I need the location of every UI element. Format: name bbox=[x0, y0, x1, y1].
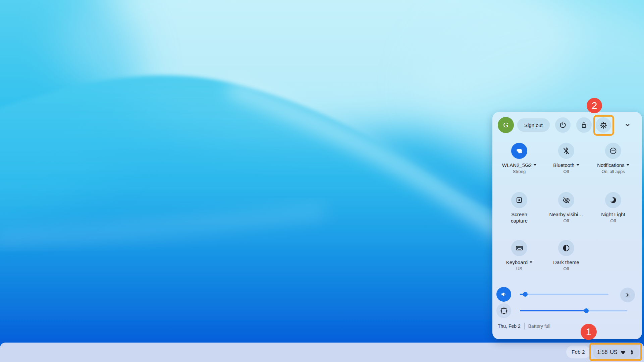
screen-capture-icon bbox=[515, 196, 523, 204]
footer-battery-status[interactable]: Battery full bbox=[528, 323, 550, 329]
wifi-secured-icon bbox=[515, 147, 524, 155]
speaker-icon bbox=[500, 291, 507, 298]
brightness-slider-thumb[interactable] bbox=[584, 308, 589, 313]
caret-down-icon bbox=[534, 164, 536, 166]
step-1-badge: 1 bbox=[581, 324, 597, 340]
quick-settings-panel: G Sign out bbox=[492, 112, 642, 339]
step-2-badge: 2 bbox=[587, 98, 602, 113]
chevron-right-icon bbox=[624, 291, 632, 299]
sign-out-button[interactable]: Sign out bbox=[517, 118, 550, 132]
brightness-button[interactable] bbox=[496, 303, 511, 318]
footer-date[interactable]: Thu, Feb 2 bbox=[498, 323, 521, 329]
audio-settings-button[interactable] bbox=[620, 288, 635, 302]
tile-label: Nearby visibi… bbox=[549, 211, 583, 218]
volume-slider[interactable] bbox=[520, 294, 608, 295]
tile-label: WLAN2_5G2 bbox=[502, 162, 532, 168]
tile-screen-capture[interactable]: Screen capture bbox=[497, 192, 541, 224]
quick-settings-footer: Thu, Feb 2 Battery full bbox=[498, 321, 550, 331]
footer-separator bbox=[524, 323, 525, 329]
avatar[interactable]: G bbox=[498, 117, 514, 133]
power-icon bbox=[559, 121, 567, 129]
lock-icon bbox=[580, 121, 588, 129]
tile-label: Keyboard bbox=[506, 259, 528, 265]
tile-sublabel: Off bbox=[591, 218, 635, 223]
tray-highlight-box bbox=[589, 343, 642, 361]
visibility-off-icon bbox=[562, 196, 571, 204]
shelf-date-label: Feb 2 bbox=[572, 349, 585, 355]
tile-network[interactable]: WLAN2_5G2 Strong bbox=[497, 143, 541, 174]
sign-out-label: Sign out bbox=[524, 122, 543, 128]
tile-night-light[interactable]: Night Light Off bbox=[591, 192, 635, 223]
step-1-label: 1 bbox=[586, 326, 592, 338]
tile-dark-theme[interactable]: Dark theme Off bbox=[544, 240, 588, 271]
night-light-icon bbox=[609, 196, 617, 204]
caret-down-icon bbox=[530, 261, 532, 263]
tile-sublabel: On, all apps bbox=[591, 169, 635, 174]
caret-down-icon bbox=[577, 164, 579, 166]
avatar-letter: G bbox=[503, 121, 508, 129]
shelf bbox=[0, 343, 644, 362]
lock-screen-button[interactable] bbox=[576, 117, 592, 133]
chevron-down-icon bbox=[624, 121, 632, 129]
tile-label: Night Light bbox=[601, 211, 625, 218]
tile-notifications[interactable]: Notifications On, all apps bbox=[591, 143, 635, 174]
tile-bluetooth[interactable]: Bluetooth Off bbox=[544, 143, 588, 174]
settings-highlight-box bbox=[593, 115, 614, 136]
chromeos-desktop: 31 bbox=[0, 0, 644, 362]
tile-sublabel: Off bbox=[544, 218, 588, 223]
step-2-label: 2 bbox=[592, 100, 597, 111]
dark-theme-icon bbox=[562, 244, 570, 252]
volume-slider-thumb[interactable] bbox=[523, 292, 528, 297]
tile-nearby-visibility[interactable]: Nearby visibi… Off bbox=[544, 192, 588, 223]
collapse-button[interactable] bbox=[621, 119, 634, 131]
power-button[interactable] bbox=[555, 117, 571, 133]
bluetooth-off-icon bbox=[562, 147, 570, 155]
tile-sublabel: Off bbox=[544, 266, 588, 271]
tile-label: Dark theme bbox=[553, 259, 579, 265]
tile-keyboard[interactable]: Keyboard US bbox=[497, 240, 541, 271]
brightness-icon bbox=[500, 307, 508, 315]
tile-label: Bluetooth bbox=[553, 162, 574, 168]
tile-label: Notifications bbox=[597, 162, 625, 168]
volume-mute-button[interactable] bbox=[496, 287, 511, 302]
caret-down-icon bbox=[627, 164, 629, 166]
tile-sublabel: Strong bbox=[497, 169, 541, 174]
tile-sublabel: US bbox=[497, 266, 541, 271]
shelf-date-button[interactable]: Feb 2 bbox=[566, 346, 590, 358]
brightness-slider[interactable] bbox=[520, 310, 627, 311]
tile-sublabel: Off bbox=[544, 169, 588, 174]
keyboard-icon bbox=[515, 244, 524, 252]
do-not-disturb-icon bbox=[609, 147, 617, 155]
tile-label: Screen capture bbox=[505, 211, 533, 224]
